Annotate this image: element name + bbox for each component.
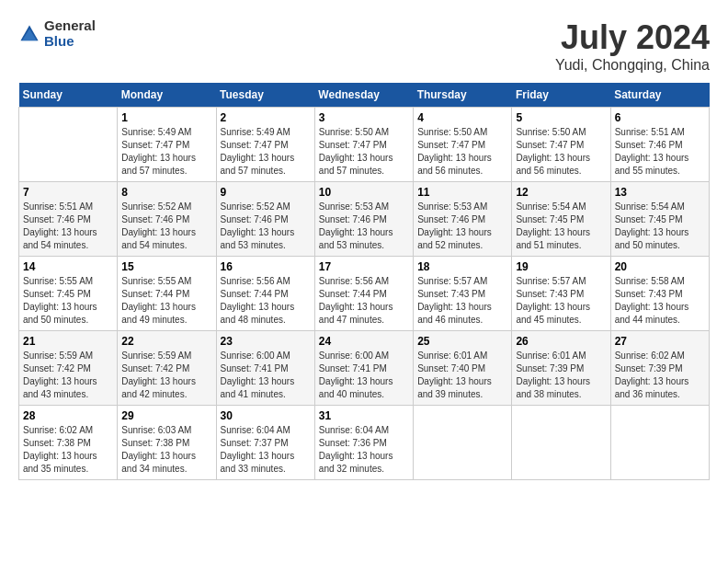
calendar-cell: 4Sunrise: 5:50 AM Sunset: 7:47 PM Daylig… <box>414 108 512 182</box>
day-info: Sunrise: 5:50 AM Sunset: 7:47 PM Dayligh… <box>516 126 606 178</box>
day-number: 29 <box>121 409 211 422</box>
day-info: Sunrise: 6:02 AM Sunset: 7:39 PM Dayligh… <box>615 350 705 401</box>
calendar-cell: 1Sunrise: 5:49 AM Sunset: 7:47 PM Daylig… <box>118 108 216 182</box>
calendar-cell <box>610 406 709 480</box>
day-header-friday: Friday <box>512 83 610 108</box>
calendar-cell: 17Sunrise: 5:56 AM Sunset: 7:44 PM Dayli… <box>314 257 413 331</box>
calendar-cell: 16Sunrise: 5:56 AM Sunset: 7:44 PM Dayli… <box>216 257 314 331</box>
calendar-cell: 3Sunrise: 5:50 AM Sunset: 7:47 PM Daylig… <box>314 108 413 182</box>
calendar-cell: 20Sunrise: 5:58 AM Sunset: 7:43 PM Dayli… <box>610 257 709 331</box>
day-info: Sunrise: 5:54 AM Sunset: 7:45 PM Dayligh… <box>516 201 606 252</box>
day-info: Sunrise: 6:03 AM Sunset: 7:38 PM Dayligh… <box>121 424 211 476</box>
calendar-cell: 6Sunrise: 5:51 AM Sunset: 7:46 PM Daylig… <box>610 108 709 182</box>
calendar-cell: 29Sunrise: 6:03 AM Sunset: 7:38 PM Dayli… <box>118 406 216 480</box>
day-info: Sunrise: 5:56 AM Sunset: 7:44 PM Dayligh… <box>221 275 311 327</box>
day-number: 3 <box>319 111 409 124</box>
calendar-cell: 10Sunrise: 5:53 AM Sunset: 7:46 PM Dayli… <box>314 182 413 257</box>
day-info: Sunrise: 5:55 AM Sunset: 7:45 PM Dayligh… <box>23 275 113 327</box>
day-info: Sunrise: 5:52 AM Sunset: 7:46 PM Dayligh… <box>221 201 311 252</box>
day-number: 30 <box>221 409 311 422</box>
day-number: 22 <box>121 335 211 348</box>
day-number: 2 <box>221 111 311 124</box>
day-number: 10 <box>319 186 409 199</box>
day-header-sunday: Sunday <box>19 83 118 108</box>
calendar-cell: 31Sunrise: 6:04 AM Sunset: 7:36 PM Dayli… <box>314 406 413 480</box>
day-info: Sunrise: 5:54 AM Sunset: 7:45 PM Dayligh… <box>615 201 705 252</box>
logo-blue-text: Blue <box>44 34 96 50</box>
day-info: Sunrise: 5:49 AM Sunset: 7:47 PM Dayligh… <box>121 126 211 178</box>
calendar-cell: 5Sunrise: 5:50 AM Sunset: 7:47 PM Daylig… <box>512 108 610 182</box>
day-info: Sunrise: 5:58 AM Sunset: 7:43 PM Dayligh… <box>615 275 705 327</box>
calendar-cell: 18Sunrise: 5:57 AM Sunset: 7:43 PM Dayli… <box>414 257 512 331</box>
day-number: 26 <box>516 335 606 348</box>
day-number: 31 <box>319 409 409 422</box>
day-info: Sunrise: 5:59 AM Sunset: 7:42 PM Dayligh… <box>23 350 113 401</box>
calendar-cell: 25Sunrise: 6:01 AM Sunset: 7:40 PM Dayli… <box>414 331 512 406</box>
calendar-cell: 22Sunrise: 5:59 AM Sunset: 7:42 PM Dayli… <box>118 331 216 406</box>
day-info: Sunrise: 6:04 AM Sunset: 7:36 PM Dayligh… <box>319 424 409 476</box>
week-row-4: 28Sunrise: 6:02 AM Sunset: 7:38 PM Dayli… <box>19 406 710 480</box>
week-row-1: 7Sunrise: 5:51 AM Sunset: 7:46 PM Daylig… <box>19 182 710 257</box>
day-number: 19 <box>516 260 606 273</box>
calendar-cell <box>512 406 610 480</box>
calendar-cell: 12Sunrise: 5:54 AM Sunset: 7:45 PM Dayli… <box>512 182 610 257</box>
day-number: 16 <box>221 260 311 273</box>
day-number: 8 <box>121 186 211 199</box>
calendar-cell <box>414 406 512 480</box>
page-container: General Blue July 2024 Yudi, Chongqing, … <box>18 18 710 480</box>
calendar-cell: 8Sunrise: 5:52 AM Sunset: 7:46 PM Daylig… <box>118 182 216 257</box>
day-number: 28 <box>23 409 113 422</box>
day-number: 17 <box>319 260 409 273</box>
day-info: Sunrise: 6:02 AM Sunset: 7:38 PM Dayligh… <box>23 424 113 476</box>
day-number: 20 <box>615 260 705 273</box>
day-info: Sunrise: 5:56 AM Sunset: 7:44 PM Dayligh… <box>319 275 409 327</box>
calendar-cell: 13Sunrise: 5:54 AM Sunset: 7:45 PM Dayli… <box>610 182 709 257</box>
day-number: 23 <box>221 335 311 348</box>
day-info: Sunrise: 5:57 AM Sunset: 7:43 PM Dayligh… <box>417 275 507 327</box>
day-number: 13 <box>615 186 705 199</box>
calendar-cell: 24Sunrise: 6:00 AM Sunset: 7:41 PM Dayli… <box>314 331 413 406</box>
day-info: Sunrise: 6:01 AM Sunset: 7:40 PM Dayligh… <box>417 350 507 401</box>
day-number: 9 <box>221 186 311 199</box>
day-info: Sunrise: 5:50 AM Sunset: 7:47 PM Dayligh… <box>417 126 507 178</box>
calendar-cell: 14Sunrise: 5:55 AM Sunset: 7:45 PM Dayli… <box>19 257 118 331</box>
calendar-cell <box>19 108 118 182</box>
calendar-cell: 26Sunrise: 6:01 AM Sunset: 7:39 PM Dayli… <box>512 331 610 406</box>
day-number: 4 <box>417 111 507 124</box>
logo-general-text: General <box>44 18 96 34</box>
logo: General Blue <box>18 18 96 49</box>
week-row-2: 14Sunrise: 5:55 AM Sunset: 7:45 PM Dayli… <box>19 257 710 331</box>
logo-icon <box>18 23 40 45</box>
day-number: 1 <box>121 111 211 124</box>
calendar-cell: 9Sunrise: 5:52 AM Sunset: 7:46 PM Daylig… <box>216 182 314 257</box>
day-info: Sunrise: 5:50 AM Sunset: 7:47 PM Dayligh… <box>319 126 409 178</box>
logo-text: General Blue <box>44 18 96 49</box>
day-number: 21 <box>23 335 113 348</box>
day-info: Sunrise: 5:57 AM Sunset: 7:43 PM Dayligh… <box>516 275 606 327</box>
day-info: Sunrise: 5:59 AM Sunset: 7:42 PM Dayligh… <box>121 350 211 401</box>
header: General Blue July 2024 Yudi, Chongqing, … <box>18 18 710 74</box>
calendar-cell: 21Sunrise: 5:59 AM Sunset: 7:42 PM Dayli… <box>19 331 118 406</box>
day-number: 18 <box>417 260 507 273</box>
day-number: 5 <box>516 111 606 124</box>
day-info: Sunrise: 5:53 AM Sunset: 7:46 PM Dayligh… <box>319 201 409 252</box>
location-title: Yudi, Chongqing, China <box>555 57 710 74</box>
day-number: 6 <box>615 111 705 124</box>
day-info: Sunrise: 5:55 AM Sunset: 7:44 PM Dayligh… <box>121 275 211 327</box>
calendar-cell: 2Sunrise: 5:49 AM Sunset: 7:47 PM Daylig… <box>216 108 314 182</box>
day-header-wednesday: Wednesday <box>314 83 413 108</box>
day-info: Sunrise: 5:51 AM Sunset: 7:46 PM Dayligh… <box>23 201 113 252</box>
calendar-cell: 27Sunrise: 6:02 AM Sunset: 7:39 PM Dayli… <box>610 331 709 406</box>
calendar-cell: 30Sunrise: 6:04 AM Sunset: 7:37 PM Dayli… <box>216 406 314 480</box>
day-header-saturday: Saturday <box>610 83 709 108</box>
day-number: 14 <box>23 260 113 273</box>
day-header-tuesday: Tuesday <box>216 83 314 108</box>
day-info: Sunrise: 6:04 AM Sunset: 7:37 PM Dayligh… <box>221 424 311 476</box>
month-title: July 2024 <box>555 18 710 57</box>
calendar-cell: 23Sunrise: 6:00 AM Sunset: 7:41 PM Dayli… <box>216 331 314 406</box>
day-info: Sunrise: 5:53 AM Sunset: 7:46 PM Dayligh… <box>417 201 507 252</box>
title-area: July 2024 Yudi, Chongqing, China <box>555 18 710 74</box>
day-info: Sunrise: 6:00 AM Sunset: 7:41 PM Dayligh… <box>319 350 409 401</box>
day-header-monday: Monday <box>118 83 216 108</box>
calendar-cell: 28Sunrise: 6:02 AM Sunset: 7:38 PM Dayli… <box>19 406 118 480</box>
